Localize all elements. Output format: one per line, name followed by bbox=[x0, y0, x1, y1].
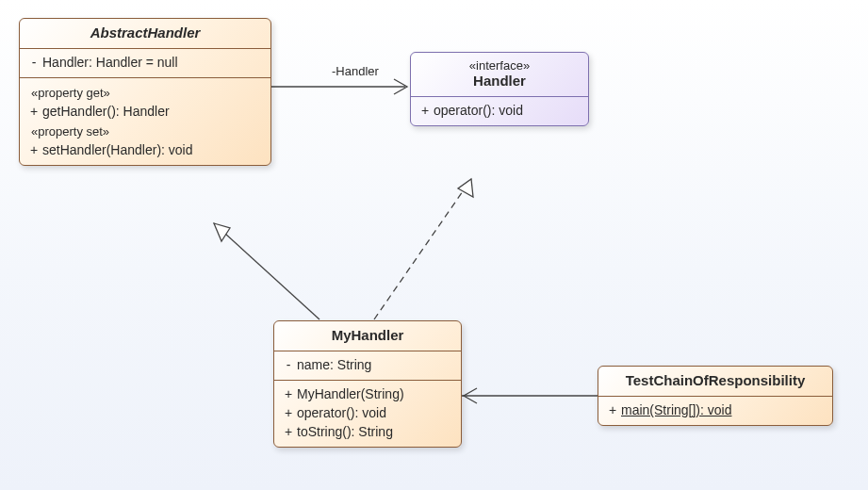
class-myhandler-name: MyHandler bbox=[332, 327, 404, 343]
edge-myhandler-to-handler bbox=[374, 179, 471, 319]
op-row: + main(String[]): void bbox=[598, 400, 832, 419]
signature: Handler: Handler = null bbox=[42, 55, 263, 70]
signature: MyHandler(String) bbox=[297, 386, 453, 401]
class-myhandler: MyHandler - name: String + MyHandler(Str… bbox=[273, 320, 462, 448]
attr-row: - Handler: Handler = null bbox=[20, 53, 270, 72]
class-abstracthandler-head: AbstractHandler bbox=[20, 19, 270, 49]
visibility: + bbox=[280, 405, 297, 420]
op-row: + toString(): String bbox=[274, 422, 461, 441]
signature: name: String bbox=[297, 357, 453, 372]
class-handler-name: Handler bbox=[473, 73, 526, 89]
signature: setHandler(Handler): void bbox=[42, 142, 263, 157]
class-handler-stereotype: «interface» bbox=[420, 58, 579, 73]
visibility: + bbox=[604, 402, 621, 417]
arrowhead-realization bbox=[458, 179, 473, 197]
arrowhead-generalization bbox=[214, 223, 230, 241]
signature: operator(): void bbox=[297, 405, 453, 420]
visibility: + bbox=[25, 104, 42, 119]
arrowhead-dependency bbox=[464, 388, 477, 403]
visibility: + bbox=[280, 424, 297, 439]
class-abstracthandler-name: AbstractHandler bbox=[90, 24, 201, 41]
arrowhead-association bbox=[394, 79, 407, 94]
class-testcor-name: TestChainOfResponsibility bbox=[626, 372, 806, 388]
class-abstracthandler-attrs: - Handler: Handler = null bbox=[20, 49, 270, 77]
class-myhandler-head: MyHandler bbox=[274, 321, 461, 351]
class-handler: «interface» Handler + operator(): void bbox=[410, 52, 589, 126]
edge-label-handler: -Handler bbox=[332, 64, 379, 78]
op-row: + MyHandler(String) bbox=[274, 384, 461, 403]
class-testcor-ops: + main(String[]): void bbox=[598, 397, 832, 425]
signature: toString(): String bbox=[297, 424, 453, 439]
class-testcor: TestChainOfResponsibility + main(String[… bbox=[598, 366, 833, 426]
stereotype-line: «property set» bbox=[20, 121, 270, 140]
class-testcor-head: TestChainOfResponsibility bbox=[598, 367, 832, 397]
op-row: + operator(): void bbox=[411, 101, 588, 120]
edge-myhandler-to-abstract bbox=[214, 223, 319, 319]
visibility: + bbox=[417, 103, 434, 118]
class-myhandler-ops: + MyHandler(String) + operator(): void +… bbox=[274, 380, 461, 447]
op-row: + setHandler(Handler): void bbox=[20, 140, 270, 159]
visibility: - bbox=[25, 55, 42, 70]
class-handler-head: «interface» Handler bbox=[411, 53, 588, 97]
class-myhandler-attrs: - name: String bbox=[274, 351, 461, 380]
op-row: + getHandler(): Handler bbox=[20, 102, 270, 121]
op-row: + operator(): void bbox=[274, 403, 461, 422]
visibility: + bbox=[280, 386, 297, 401]
class-abstracthandler-ops: «property get» + getHandler(): Handler «… bbox=[20, 77, 270, 165]
signature: main(String[]): void bbox=[621, 402, 825, 417]
class-abstracthandler: AbstractHandler - Handler: Handler = nul… bbox=[19, 18, 271, 166]
stereotype-line: «property get» bbox=[20, 82, 270, 102]
class-handler-ops: + operator(): void bbox=[411, 97, 588, 125]
visibility: - bbox=[280, 357, 297, 372]
signature: getHandler(): Handler bbox=[42, 104, 263, 119]
attr-row: - name: String bbox=[274, 355, 461, 374]
visibility: + bbox=[25, 142, 42, 157]
signature: operator(): void bbox=[434, 103, 581, 118]
